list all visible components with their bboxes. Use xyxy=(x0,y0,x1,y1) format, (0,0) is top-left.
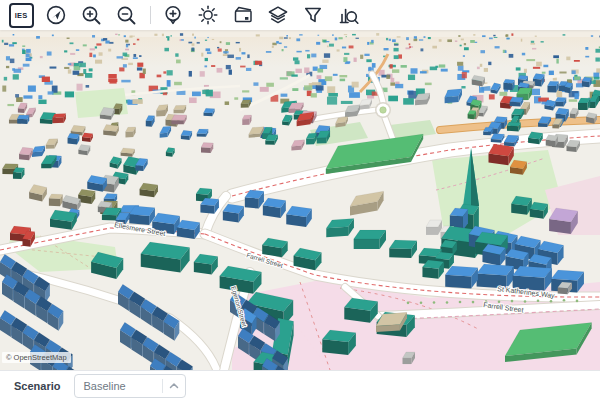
ies-logo-button[interactable]: IES xyxy=(8,2,34,28)
zoom-out-button[interactable] xyxy=(113,2,139,28)
zoom-in-button[interactable] xyxy=(78,2,104,28)
clapperboard-icon xyxy=(232,4,254,26)
add-location-button[interactable] xyxy=(160,2,186,28)
scenario-label: Scenario xyxy=(14,380,60,392)
map-attribution: © OpenStreetMap xyxy=(2,352,71,363)
zoom-out-icon xyxy=(115,4,137,26)
scene-capture-button[interactable] xyxy=(230,2,256,28)
sun-settings-button[interactable] xyxy=(195,2,221,28)
ies-logo-icon: IES xyxy=(9,3,34,28)
scenario-value: Baseline xyxy=(75,380,162,392)
compass-icon xyxy=(45,4,67,26)
sun-icon xyxy=(197,4,219,26)
app-window: IES xyxy=(0,0,600,400)
filter-icon xyxy=(302,4,324,26)
map-3d-viewport[interactable]: Ellesmere StreetFarrell StreetEgerton St… xyxy=(0,30,600,370)
toolbar-divider xyxy=(150,6,151,24)
map-3d-view[interactable]: Ellesmere StreetFarrell StreetEgerton St… xyxy=(0,30,600,370)
chevron-up-icon xyxy=(163,381,185,391)
scenario-bar: Scenario Baseline xyxy=(0,370,600,400)
zoom-in-icon xyxy=(80,4,102,26)
add-location-icon xyxy=(162,4,184,26)
scenario-select[interactable]: Baseline xyxy=(74,374,186,398)
analysis-button[interactable] xyxy=(335,2,361,28)
layers-icon xyxy=(267,4,289,26)
filter-button[interactable] xyxy=(300,2,326,28)
compass-button[interactable] xyxy=(43,2,69,28)
toolbar: IES xyxy=(0,0,600,30)
layers-button[interactable] xyxy=(265,2,291,28)
chart-magnifier-icon xyxy=(337,4,359,26)
